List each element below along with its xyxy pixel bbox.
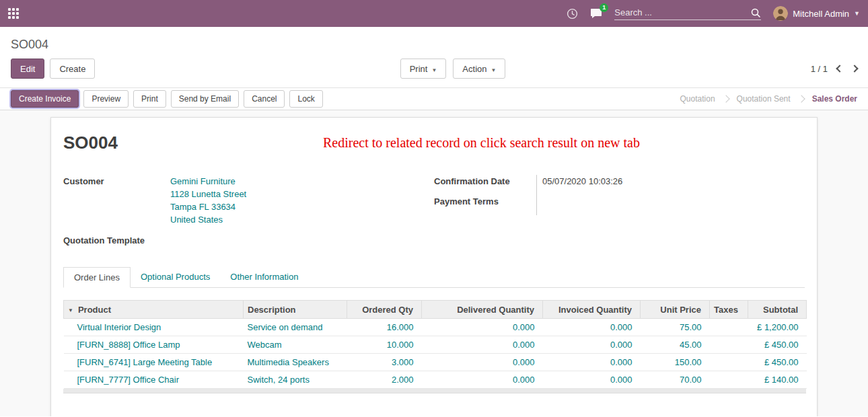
user-name: Mitchell Admin (793, 9, 849, 19)
quotation-template-value[interactable] (170, 234, 434, 247)
cell-unit-price[interactable]: 150.00 (641, 354, 710, 371)
sheet-header: SO004 Redirect to related record on clic… (63, 132, 805, 153)
action-dropdown[interactable]: Action▼ (453, 59, 505, 79)
customer-address-line[interactable]: 1128 Lunetta Street (170, 188, 434, 200)
status-quotation-sent[interactable]: Quotation Sent (737, 94, 791, 104)
cell-product[interactable]: Virtual Interior Design (64, 319, 244, 336)
customer-address-line[interactable]: United States (170, 213, 434, 226)
customer-field-row: Customer Gemini Furniture1128 Lunetta St… (63, 175, 434, 226)
status-quotation[interactable]: Quotation (680, 94, 715, 104)
column-header-description[interactable]: Description (244, 301, 347, 319)
totals-section: Untaxed Amount: £ 2,240.00 (63, 415, 806, 416)
search-input[interactable] (614, 7, 750, 17)
control-panel: Edit Create Print▼ Action▼ 1 / 1 (0, 59, 868, 79)
column-header-delivered-quantity[interactable]: Delivered Quantity (422, 301, 543, 319)
cell-ordered-qty[interactable]: 2.000 (347, 371, 422, 389)
cell-product[interactable]: [FURN_8888] Office Lamp (64, 336, 244, 354)
column-header-unit-price[interactable]: Unit Price (641, 301, 710, 319)
cell-delivered-quantity[interactable]: 0.000 (422, 336, 543, 354)
customer-name-link[interactable]: Gemini Furniture (170, 175, 434, 188)
cell-taxes[interactable] (710, 354, 748, 371)
tab-order-lines[interactable]: Order Lines (63, 267, 131, 288)
status-sales-order[interactable]: Sales Order (812, 94, 857, 104)
pager-next-icon[interactable] (851, 65, 858, 72)
cell-ordered-qty[interactable]: 16.000 (347, 319, 422, 336)
cell-delivered-quantity[interactable]: 0.000 (422, 319, 543, 336)
quotation-template-label: Quotation Template (63, 234, 170, 247)
statusbar-print-button[interactable]: Print (133, 90, 166, 108)
print-dropdown[interactable]: Print▼ (400, 59, 447, 79)
cell-product[interactable]: [FURN_7777] Office Chair (64, 371, 244, 389)
top-navbar: 1 Mitchell Admin ▼ (0, 0, 868, 27)
cell-invoiced-quantity[interactable]: 0.000 (543, 319, 641, 336)
search-icon[interactable] (750, 7, 761, 18)
confirmation-date-field-row: Confirmation Date 05/07/2020 10:03:26 (434, 175, 805, 195)
cp-center-buttons: Print▼ Action▼ (95, 59, 810, 79)
cell-description[interactable]: Service on demand (244, 319, 347, 336)
quotation-template-field-row: Quotation Template (63, 234, 434, 247)
cell-taxes[interactable] (710, 371, 748, 389)
cell-ordered-qty[interactable]: 3.000 (347, 354, 422, 371)
content-area: SO004 Redirect to related record on clic… (0, 110, 868, 416)
navbar-right: 1 Mitchell Admin ▼ (567, 6, 860, 21)
tab-other-information[interactable]: Other Information (220, 267, 308, 287)
messages-icon[interactable]: 1 (590, 8, 602, 19)
column-header-invoiced-quantity[interactable]: Invoiced Quantity (543, 301, 641, 319)
chevron-down-icon: ▼ (491, 67, 497, 73)
cell-subtotal[interactable]: £ 450.00 (748, 336, 807, 354)
cell-invoiced-quantity[interactable]: 0.000 (543, 336, 641, 354)
cell-description[interactable]: Multimedia Speakers (244, 354, 347, 371)
cell-invoiced-quantity[interactable]: 0.000 (543, 371, 641, 389)
statusbar-create-invoice-button[interactable]: Create Invoice (11, 90, 79, 108)
cell-subtotal[interactable]: £ 450.00 (748, 354, 807, 371)
statusbar-cancel-button[interactable]: Cancel (244, 90, 285, 108)
breadcrumb: SO004 (11, 38, 48, 51)
statusbar-lock-button[interactable]: Lock (289, 90, 322, 108)
cell-delivered-quantity[interactable]: 0.000 (422, 371, 543, 389)
activities-clock-icon[interactable] (567, 8, 578, 20)
cell-unit-price[interactable]: 45.00 (641, 336, 710, 354)
cell-description[interactable]: Webcam (244, 336, 347, 354)
create-button[interactable]: Create (50, 59, 95, 79)
statusbar: Create InvoicePreviewPrintSend by EmailC… (0, 87, 868, 110)
statusbar-send-by-email-button[interactable]: Send by Email (171, 90, 239, 108)
column-header-product[interactable]: ▼Product (64, 301, 244, 319)
customer-value[interactable]: Gemini Furniture1128 Lunetta StreetTampa… (170, 175, 434, 226)
column-header-taxes[interactable]: Taxes (710, 301, 748, 319)
column-header-ordered-qty[interactable]: Ordered Qty (347, 301, 422, 319)
order-line-row[interactable]: Virtual Interior DesignService on demand… (64, 319, 807, 336)
cell-delivered-quantity[interactable]: 0.000 (422, 354, 543, 371)
notebook-tabs: Order LinesOptional ProductsOther Inform… (63, 267, 805, 288)
statusbar-arrow-separator-icon (722, 95, 729, 102)
cell-subtotal[interactable]: £ 140.00 (748, 371, 807, 389)
tab-optional-products[interactable]: Optional Products (131, 267, 220, 287)
confirmation-date-value: 05/07/2020 10:03:26 (536, 175, 805, 195)
order-line-row[interactable]: [FURN_6741] Large Meeting TableMultimedi… (64, 354, 807, 371)
statusbar-preview-button[interactable]: Preview (83, 90, 129, 108)
cell-ordered-qty[interactable]: 10.000 (347, 336, 422, 354)
cell-unit-price[interactable]: 70.00 (641, 371, 710, 389)
order-line-row[interactable]: [FURN_8888] Office LampWebcam10.0000.000… (64, 336, 807, 354)
pager-value: 1 / 1 (811, 64, 828, 74)
cell-description[interactable]: Switch, 24 ports (244, 371, 347, 389)
cell-taxes[interactable] (710, 336, 748, 354)
cell-subtotal[interactable]: £ 1,200.00 (748, 319, 807, 336)
sort-caret-icon: ▼ (68, 307, 73, 313)
cell-invoiced-quantity[interactable]: 0.000 (543, 354, 641, 371)
cell-taxes[interactable] (710, 319, 748, 336)
order-line-row[interactable]: [FURN_7777] Office ChairSwitch, 24 ports… (64, 371, 807, 389)
user-menu[interactable]: Mitchell Admin ▼ (773, 6, 860, 21)
cell-unit-price[interactable]: 75.00 (641, 319, 710, 336)
payment-terms-label: Payment Terms (434, 195, 536, 215)
column-header-subtotal[interactable]: Subtotal (748, 301, 807, 319)
field-groups: Customer Gemini Furniture1128 Lunetta St… (63, 175, 805, 247)
cell-product[interactable]: [FURN_6741] Large Meeting Table (64, 354, 244, 371)
order-lines-header-row: ▼ProductDescriptionOrdered QtyDelivered … (64, 301, 807, 319)
edit-button[interactable]: Edit (11, 59, 44, 79)
customer-address-line[interactable]: Tampa FL 33634 (170, 200, 434, 213)
left-field-group: Customer Gemini Furniture1128 Lunetta St… (63, 175, 434, 247)
pager-previous-icon[interactable] (836, 65, 843, 72)
apps-menu-icon[interactable] (8, 8, 19, 19)
payment-terms-value[interactable] (536, 195, 805, 215)
cp-left-buttons: Edit Create (11, 59, 95, 79)
